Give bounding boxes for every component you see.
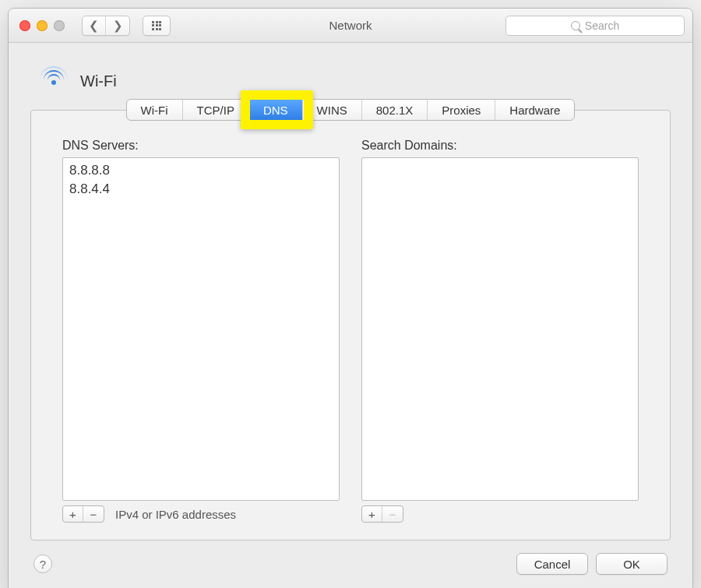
search-domain-add-button[interactable]: + bbox=[362, 506, 382, 522]
zoom-window-button[interactable] bbox=[54, 20, 65, 31]
show-all-button[interactable] bbox=[143, 16, 171, 36]
tab-802-1x[interactable]: 802.1X bbox=[362, 100, 428, 120]
dns-servers-hint: IPv4 or IPv6 addresses bbox=[115, 508, 236, 521]
tab-proxies[interactable]: Proxies bbox=[428, 100, 495, 120]
traffic-lights bbox=[19, 20, 65, 31]
search-domain-remove-button: − bbox=[382, 506, 403, 522]
columns: DNS Servers: 8.8.8.88.8.4.4 + − IPv4 or … bbox=[62, 139, 639, 523]
ok-button[interactable]: OK bbox=[596, 553, 668, 575]
tab-bar: Wi-FiTCP/IPDNSWINS802.1XProxiesHardware bbox=[126, 99, 576, 121]
dns-servers-addremove: + − bbox=[62, 505, 104, 523]
dns-server-entry[interactable]: 8.8.8.8 bbox=[69, 161, 333, 180]
pane-title: Wi-Fi bbox=[80, 72, 117, 90]
content-area: Wi-Fi Wi-FiTCP/IPDNSWINS802.1XProxiesHar… bbox=[9, 43, 692, 588]
tab-dns[interactable]: DNS bbox=[249, 100, 303, 120]
tab-wi-fi[interactable]: Wi-Fi bbox=[127, 100, 183, 120]
search-domains-list[interactable] bbox=[361, 157, 639, 501]
network-window: ❮ ❯ Network Search Wi-Fi bbox=[8, 8, 693, 588]
dns-servers-label: DNS Servers: bbox=[62, 139, 340, 153]
dns-servers-list[interactable]: 8.8.8.88.8.4.4 bbox=[62, 157, 340, 501]
search-domains-controls: + − bbox=[361, 505, 639, 523]
pane-header: Wi-Fi bbox=[38, 69, 671, 93]
tab-tcp-ip[interactable]: TCP/IP bbox=[183, 100, 249, 120]
dns-servers-controls: + − IPv4 or IPv6 addresses bbox=[62, 505, 340, 523]
chevron-right-icon: ❯ bbox=[113, 19, 123, 33]
footer: ? Cancel OK bbox=[30, 553, 671, 579]
search-input[interactable]: Search bbox=[505, 16, 685, 36]
chevron-left-icon: ❮ bbox=[89, 19, 99, 33]
dns-server-add-button[interactable]: + bbox=[63, 506, 83, 522]
nav-forward-button[interactable]: ❯ bbox=[106, 16, 129, 36]
dns-server-remove-button[interactable]: − bbox=[83, 506, 104, 522]
dns-servers-column: DNS Servers: 8.8.8.88.8.4.4 + − IPv4 or … bbox=[62, 139, 340, 523]
dns-server-entry[interactable]: 8.8.4.4 bbox=[69, 180, 333, 199]
search-icon bbox=[571, 21, 580, 30]
search-domains-column: Search Domains: + − bbox=[361, 139, 639, 523]
grid-icon bbox=[152, 21, 161, 30]
titlebar: ❮ ❯ Network Search bbox=[9, 9, 692, 43]
tab-wins[interactable]: WINS bbox=[303, 100, 362, 120]
nav-back-button[interactable]: ❮ bbox=[83, 16, 106, 36]
search-domains-label: Search Domains: bbox=[361, 139, 639, 153]
search-placeholder: Search bbox=[585, 19, 619, 32]
search-domains-addremove: + − bbox=[361, 505, 403, 523]
close-window-button[interactable] bbox=[19, 20, 30, 31]
cancel-button[interactable]: Cancel bbox=[516, 553, 588, 575]
help-button[interactable]: ? bbox=[33, 555, 52, 573]
settings-panel: DNS Servers: 8.8.8.88.8.4.4 + − IPv4 or … bbox=[30, 110, 671, 540]
tab-hardware[interactable]: Hardware bbox=[495, 100, 574, 120]
nav-back-forward-group: ❮ ❯ bbox=[82, 16, 130, 36]
minimize-window-button[interactable] bbox=[37, 20, 48, 31]
wifi-icon bbox=[38, 69, 69, 93]
